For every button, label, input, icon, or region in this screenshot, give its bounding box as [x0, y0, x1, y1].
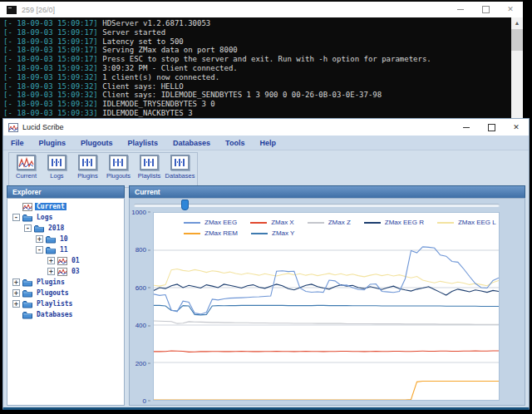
chart-plot-svg — [154, 213, 499, 400]
tree-item-label: 03 — [70, 268, 81, 275]
scroll-up-icon[interactable]: ▲ — [511, 17, 523, 28]
console-log-line: [- 18-09-03 15:09:32] 1 client(s) now co… — [3, 73, 508, 82]
console-log-line: [- 18-09-03 15:09:17] Server started — [3, 28, 508, 37]
series-zmax-z — [154, 321, 499, 324]
console-scrollbar-thumb[interactable] — [511, 29, 523, 51]
menu-item-plugins[interactable]: Plugins — [39, 139, 66, 147]
tree-expander-icon[interactable]: - — [12, 214, 20, 221]
tree-expander-icon[interactable]: + — [36, 235, 43, 243]
legend-label: ZMax EEG R — [385, 219, 424, 226]
console-log-output: [- 18-09-03 15:09:17] HDServer v1.2.6871… — [0, 17, 523, 120]
y-axis-labels: 10008006004002000 — [131, 212, 153, 401]
log-message: Server started — [102, 28, 165, 37]
tree-item-plugouts[interactable]: + Plugouts — [12, 288, 124, 298]
legend-swatch — [184, 222, 200, 224]
legend-item: ZMax Y — [251, 229, 294, 237]
legend-swatch — [250, 222, 267, 224]
folder-open-icon — [22, 214, 32, 222]
toolbar-button-playlists[interactable]: Playlists — [135, 155, 164, 180]
tree-expander-icon[interactable]: - — [24, 224, 32, 232]
toolbar-button-databases[interactable]: Databases — [165, 155, 195, 180]
tree-item-03[interactable]: + 03 — [47, 266, 124, 277]
app-titlebar[interactable]: Lucid Scribe ✕ — [3, 119, 529, 136]
legend-item: ZMax Z — [308, 219, 351, 226]
console-log-line: [- 18-09-03 15:09:17] Latency set to 500 — [3, 37, 508, 47]
timeline-slider-thumb[interactable] — [181, 200, 189, 210]
console-minimize-button[interactable] — [448, 2, 473, 17]
toolbar-button-current[interactable]: Current — [12, 155, 41, 180]
current-panel-body: 10008006004002000 ZMax EEG ZMax X ZMax Z… — [129, 198, 525, 406]
app-minimize-button[interactable] — [454, 119, 479, 136]
toolbar-button-plugins[interactable]: Plugins — [73, 155, 102, 180]
toolbar-button-label: Logs — [50, 172, 63, 180]
folder-icon — [22, 278, 32, 287]
log-chart-icon — [78, 155, 97, 170]
tree-expander-icon[interactable]: - — [36, 246, 43, 254]
legend-label: ZMax EEG — [204, 219, 237, 226]
tree-item-playlists[interactable]: + Playlists — [12, 298, 124, 309]
app-maximize-button[interactable] — [479, 119, 504, 136]
log-timestamp: [- 18-09-03 15:09:17] — [3, 28, 98, 37]
folder-open-icon — [34, 224, 44, 233]
menu-item-plugouts[interactable]: Plugouts — [81, 139, 113, 147]
legend-swatch — [251, 233, 268, 234]
series-zmax-y — [154, 305, 499, 315]
menu-item-databases[interactable]: Databases — [173, 139, 210, 147]
tree-item-databases[interactable]: Databases — [12, 309, 124, 320]
tree-item-2018[interactable]: - 2018 — [24, 223, 124, 234]
tree-item-logs[interactable]: - Logs — [12, 212, 124, 223]
tree-item-label: 2018 — [47, 224, 66, 232]
log-timestamp: [- 18-09-03 15:09:17] — [3, 55, 98, 63]
menu-item-help[interactable]: Help — [259, 139, 276, 147]
log-message: IDLEMODE_TRYSENDBYTES 3 0 — [102, 100, 214, 108]
chart-icon — [57, 268, 67, 276]
explorer-tree: Current - Logs - 2018 + — [7, 198, 125, 406]
console-close-button[interactable]: ✕ — [498, 2, 523, 17]
close-icon: ✕ — [507, 6, 514, 13]
log-message: 3:09:32 PM - Client connected. — [102, 64, 238, 72]
log-message: Serving ZMax data on port 8000 — [102, 46, 238, 54]
tree-item-10[interactable]: + 10 — [36, 234, 124, 244]
tree-item-plugins[interactable]: + Plugins — [12, 277, 124, 288]
explorer-panel-header: Explorer — [7, 185, 125, 198]
tree-expander-icon[interactable]: + — [12, 300, 20, 308]
chart-legend: ZMax EEG ZMax X ZMax Z ZMax EEG R ZMax E… — [184, 219, 518, 237]
folder-icon — [22, 300, 32, 308]
log-timestamp: [- 18-09-03 15:09:17] — [3, 37, 98, 46]
legend-swatch — [437, 222, 454, 224]
tree-expander-icon[interactable]: + — [12, 278, 20, 286]
app-close-button[interactable]: ✕ — [504, 119, 529, 136]
legend-item: ZMax REM — [184, 229, 238, 237]
menu-item-tools[interactable]: Tools — [225, 139, 244, 147]
toolbar-button-label: Playlists — [138, 172, 161, 180]
legend-swatch — [184, 233, 200, 234]
log-timestamp: [- 18-09-03 15:09:32] — [3, 73, 98, 81]
minimize-icon — [463, 127, 470, 128]
menu-item-file[interactable]: File — [11, 139, 24, 147]
tree-expander-icon[interactable]: + — [47, 268, 55, 275]
menu-item-playlists[interactable]: Playlists — [128, 139, 159, 147]
toolbar-button-label: Plugins — [77, 172, 98, 180]
console-log-line: [- 18-09-03 15:09:32] Client says: IDLEM… — [3, 91, 508, 100]
toolbar-button-plugouts[interactable]: Plugouts — [104, 155, 133, 180]
timeline-slider-track[interactable] — [134, 204, 500, 207]
tree-expander-icon[interactable]: + — [47, 257, 55, 264]
tree-item-label: 10 — [58, 235, 70, 243]
console-scrollbar[interactable]: ▲ — [511, 17, 523, 120]
folder-icon — [46, 235, 56, 244]
tree-item-01[interactable]: + 01 — [47, 255, 124, 266]
tree-item-current[interactable]: Current — [12, 201, 124, 212]
maximize-icon — [482, 6, 490, 13]
console-log-line: [- 18-09-03 15:09:33] IDLEMODE_NACKBYTES… — [3, 109, 508, 118]
tree-expander-icon[interactable]: + — [12, 289, 20, 297]
toolbar-button-logs[interactable]: Logs — [42, 155, 71, 180]
console-window: 259 [26/0] ✕ [- 18-09-03 15:09:17] HDSer… — [0, 0, 523, 118]
toolbar-button-label: Databases — [165, 172, 195, 180]
tree-item-label: Logs — [35, 214, 54, 221]
console-titlebar[interactable]: 259 [26/0] ✕ — [0, 2, 523, 17]
console-log-line: [- 18-09-03 15:09:17] Serving ZMax data … — [3, 46, 508, 55]
legend-item: ZMax EEG L — [437, 219, 496, 226]
chart-area: 10008006004002000 ZMax EEG ZMax X ZMax Z… — [131, 212, 500, 401]
tree-item-11[interactable]: - 11 — [36, 244, 124, 255]
console-maximize-button[interactable] — [473, 2, 498, 17]
